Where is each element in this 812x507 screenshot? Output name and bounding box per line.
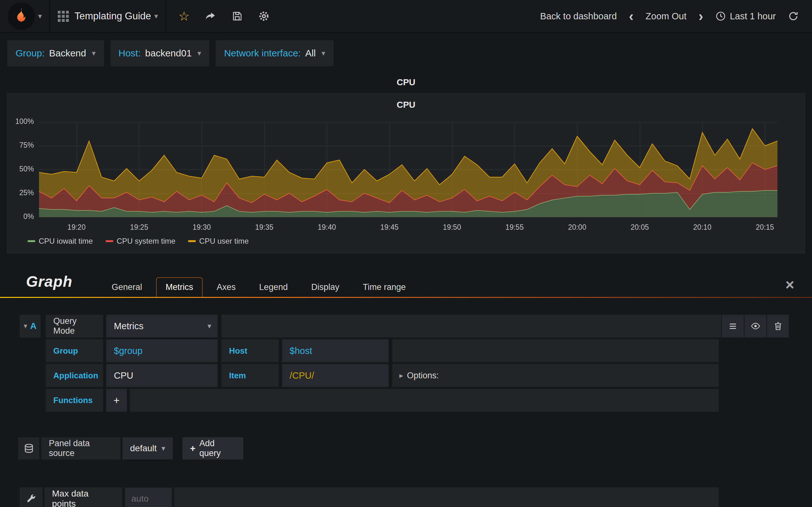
title-caret-icon: ▾ xyxy=(154,12,158,20)
save-button[interactable] xyxy=(232,10,243,22)
query-mode-value: Metrics xyxy=(114,321,143,331)
legend-label: CPU iowait time xyxy=(39,237,93,245)
panel-header-title[interactable]: CPU xyxy=(0,77,812,88)
legend-swatch-icon xyxy=(188,240,196,242)
refresh-button[interactable] xyxy=(788,11,799,21)
query-row-filler xyxy=(392,339,719,362)
datasource-value: default xyxy=(130,443,157,453)
query-row-group-host: Group $group Host $host xyxy=(20,339,719,362)
query-mode-dropdown[interactable]: Metrics ▾ xyxy=(106,315,217,337)
logo-caret-icon: ▾ xyxy=(38,12,42,20)
tab-general[interactable]: General xyxy=(102,277,152,297)
zoom-out-button[interactable]: Zoom Out xyxy=(646,11,687,21)
variable-group-dropdown[interactable]: Group: Backend ▾ xyxy=(7,40,104,66)
datasource-dropdown[interactable]: default ▾ xyxy=(122,437,173,459)
options-toggle[interactable]: ▸ Options: xyxy=(392,364,719,387)
tab-time-range[interactable]: Time range xyxy=(353,277,415,297)
share-button[interactable] xyxy=(205,10,216,22)
navbar-right-controls: Back to dashboard ‹ Zoom Out › Last 1 ho… xyxy=(540,0,812,32)
grafana-logo-menu[interactable]: ▾ xyxy=(0,0,50,32)
query-collapse-toggle[interactable]: ▾ A xyxy=(20,315,41,337)
caret-down-icon: ▾ xyxy=(92,49,96,58)
group-field-label: Group xyxy=(46,339,103,362)
grafana-dashboard: ▾ Templating Guide ▾ ☆ xyxy=(0,0,812,507)
legend-item-system[interactable]: CPU system time xyxy=(106,237,175,245)
navbar-action-icons: ☆ xyxy=(166,0,282,32)
item-field-label: Item xyxy=(221,364,279,387)
editor-tabs: General Metrics Axes Legend Display Time… xyxy=(102,277,415,297)
caret-down-icon: ▾ xyxy=(197,49,201,58)
application-field-value[interactable]: CPU xyxy=(106,364,217,387)
max-data-points-label: Max data points xyxy=(44,487,122,507)
caret-right-icon: ▸ xyxy=(399,371,403,380)
query-letter: A xyxy=(30,321,37,331)
row-indent xyxy=(20,339,46,362)
add-function-button[interactable]: + xyxy=(106,389,127,412)
datasource-icon-cell xyxy=(18,437,39,459)
query-row-filler xyxy=(130,389,719,412)
variable-host-dropdown[interactable]: Host: backend01 ▾ xyxy=(110,40,210,66)
wrench-icon xyxy=(26,493,37,504)
variable-label: Group: xyxy=(15,48,45,59)
variable-label: Host: xyxy=(119,48,141,59)
star-favorite-button[interactable]: ☆ xyxy=(178,10,190,22)
tab-metrics[interactable]: Metrics xyxy=(156,277,203,297)
time-range-picker[interactable]: Last 1 hour xyxy=(715,11,776,21)
query-mode-label: Query Mode xyxy=(46,315,103,337)
functions-field-label: Functions xyxy=(46,389,103,412)
add-query-button[interactable]: + Add query xyxy=(183,437,243,459)
host-field-label: Host xyxy=(221,339,279,362)
panel-editor-header: Graph General Metrics Axes Legend Displa… xyxy=(0,269,812,298)
chart-legend: CPU iowait time CPU system time CPU user… xyxy=(28,237,249,245)
query-row-application-item: Application CPU Item /CPU/ ▸ Options: xyxy=(20,364,719,387)
chart-title: CPU xyxy=(7,100,805,110)
item-field-value[interactable]: /CPU/ xyxy=(282,364,389,387)
caret-down-icon: ▾ xyxy=(322,49,325,58)
group-field-value[interactable]: $group xyxy=(106,339,217,362)
time-shift-right-button[interactable]: › xyxy=(699,9,703,23)
query-row-functions: Functions + xyxy=(20,389,719,412)
legend-swatch-icon xyxy=(106,240,113,242)
settings-row-filler xyxy=(174,487,719,507)
query-delete-button[interactable] xyxy=(767,315,789,337)
eye-icon xyxy=(751,321,761,331)
tab-display[interactable]: Display xyxy=(302,277,349,297)
close-editor-button[interactable]: × xyxy=(785,277,794,292)
query-toggle-visibility-button[interactable] xyxy=(745,315,766,337)
back-to-dashboard-button[interactable]: Back to dashboard xyxy=(540,11,617,21)
legend-label: CPU user time xyxy=(199,237,249,245)
legend-item-iowait[interactable]: CPU iowait time xyxy=(28,237,93,245)
template-variables-row: Group: Backend ▾ Host: backend01 ▾ Netwo… xyxy=(7,40,334,66)
datasource-label: Panel data source xyxy=(41,437,120,459)
dashboard-title-menu[interactable]: Templating Guide ▾ xyxy=(50,0,166,32)
settings-gear-button[interactable] xyxy=(258,10,270,22)
editor-panel-type-title: Graph xyxy=(26,273,72,290)
variable-label: Network interface: xyxy=(224,48,301,59)
cpu-usage-chart[interactable] xyxy=(10,118,793,238)
query-menu-button[interactable]: ≡ xyxy=(722,315,744,337)
options-label: Options: xyxy=(407,371,439,381)
legend-swatch-icon xyxy=(28,240,35,242)
variable-netif-dropdown[interactable]: Network interface: All ▾ xyxy=(216,40,334,66)
query-row-filler xyxy=(221,315,721,337)
settings-icon-cell xyxy=(20,487,43,507)
caret-down-icon: ▾ xyxy=(24,322,27,330)
add-query-label: Add query xyxy=(200,439,236,458)
database-icon xyxy=(23,443,34,454)
plus-icon: + xyxy=(190,443,196,454)
variable-value: Backend xyxy=(49,48,86,59)
top-navbar: ▾ Templating Guide ▾ ☆ xyxy=(0,0,812,33)
max-data-points-input[interactable] xyxy=(125,487,172,507)
row-indent xyxy=(20,364,46,387)
time-shift-left-button[interactable]: ‹ xyxy=(629,9,634,23)
legend-item-user[interactable]: CPU user time xyxy=(188,237,249,245)
editor-accent-rule xyxy=(0,297,812,298)
variable-value: backend01 xyxy=(145,48,192,59)
row-indent xyxy=(20,389,46,412)
caret-down-icon: ▾ xyxy=(161,444,165,453)
host-field-value[interactable]: $host xyxy=(282,339,389,362)
tab-legend[interactable]: Legend xyxy=(250,277,297,297)
variable-value: All xyxy=(305,48,316,59)
tab-axes[interactable]: Axes xyxy=(207,277,245,297)
cpu-graph-panel: CPU CPU iowait time CPU system time CPU … xyxy=(7,93,805,253)
